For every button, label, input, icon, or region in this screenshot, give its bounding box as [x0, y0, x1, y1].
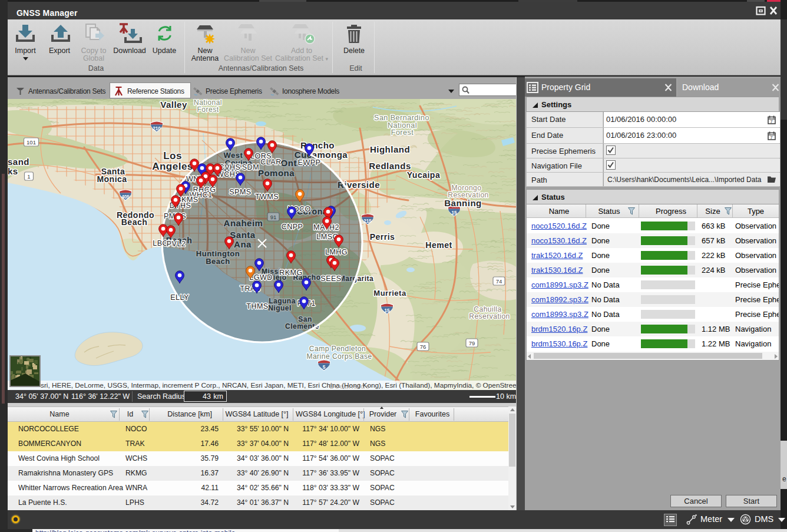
svg-text:101: 101	[27, 139, 36, 146]
svg-text:ELLY: ELLY	[170, 293, 189, 302]
svg-text:Beach: Beach	[121, 217, 148, 227]
svg-text:405: 405	[121, 194, 130, 200]
svg-text:Redlands: Redlands	[369, 161, 411, 171]
svg-text:CNPP: CNPP	[282, 223, 303, 231]
svg-text:Hemet: Hemet	[425, 240, 452, 250]
svg-text:Angeles: Angeles	[152, 161, 193, 172]
svg-text:Reservation: Reservation	[448, 191, 489, 199]
svg-text:CLAR: CLAR	[260, 158, 281, 166]
svg-text:Reservation: Reservation	[469, 312, 510, 320]
svg-text:THMS: THMS	[246, 302, 268, 310]
svg-text:PVL2: PVL2	[167, 240, 186, 248]
svg-text:Murrieta: Murrieta	[373, 289, 406, 298]
svg-text:215: 215	[363, 219, 372, 224]
svg-text:ks: ks	[8, 166, 18, 176]
svg-text:Los: Los	[163, 150, 182, 161]
svg-text:Forest: Forest	[391, 128, 414, 137]
svg-text:1: 1	[27, 173, 30, 180]
svg-text:74: 74	[496, 278, 502, 285]
svg-text:sri, HERE, DeLorme, USGS, Inte: sri, HERE, DeLorme, USGS, Intermap, incr…	[41, 381, 516, 389]
svg-text:SEES: SEES	[320, 275, 341, 283]
svg-text:7: 7	[770, 119, 773, 124]
svg-text:7: 7	[770, 135, 773, 140]
svg-text:79: 79	[469, 340, 475, 346]
svg-text:Camp Pendleton: Camp Pendleton	[309, 345, 366, 353]
svg-text:Perris: Perris	[370, 232, 395, 242]
svg-text:76: 76	[420, 343, 426, 350]
svg-text:RKMG: RKMG	[279, 269, 303, 277]
svg-text:sand: sand	[8, 157, 29, 167]
svg-text:15: 15	[384, 308, 390, 313]
svg-text:Banning: Banning	[444, 198, 482, 208]
svg-text:Marine Corps Base: Marine Corps Base	[306, 352, 372, 361]
svg-text:Forest: Forest	[197, 105, 219, 114]
svg-text:5: 5	[323, 365, 326, 370]
svg-text:San Bernardino: San Bernardino	[374, 114, 429, 122]
svg-text:TWMS: TWMS	[255, 193, 279, 201]
svg-text:EWPP: EWPP	[298, 158, 321, 167]
svg-text:Valley: Valley	[160, 100, 187, 110]
svg-text:15: 15	[451, 210, 457, 216]
svg-text:SPMS: SPMS	[229, 188, 251, 196]
svg-text:LMHG: LMHG	[325, 248, 348, 256]
svg-text:Yucaipa: Yucaipa	[407, 170, 440, 180]
svg-text:Monica: Monica	[97, 174, 127, 184]
svg-text:Highland: Highland	[370, 144, 410, 154]
svg-text:210: 210	[153, 126, 161, 131]
